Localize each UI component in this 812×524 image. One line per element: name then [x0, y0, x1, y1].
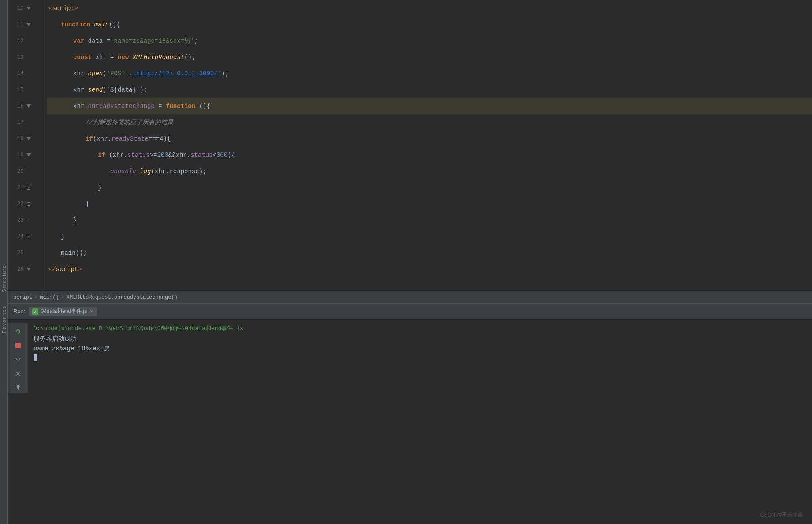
code-line: xhr.onreadystatechange = function (){: [47, 98, 812, 114]
token-plain: ){: [227, 152, 235, 159]
svg-line-4: [16, 358, 18, 360]
breadcrumb-item-1[interactable]: main(): [40, 294, 59, 301]
left-panel: Structure Favorites: [0, 0, 8, 524]
svg-rect-3: [15, 343, 21, 348]
token-plain: [90, 21, 94, 28]
token-plain: ;: [194, 37, 197, 45]
fold-icon[interactable]: -: [26, 201, 32, 207]
code-line: }: [47, 196, 812, 212]
pin-button[interactable]: [13, 383, 23, 393]
run-tab-close[interactable]: ✕: [89, 308, 93, 314]
token-angle: >: [74, 5, 78, 12]
run-command: D:\nodejs\node.exe D:\WebStorm\Node\06中间…: [34, 324, 807, 332]
stop-button[interactable]: [13, 340, 23, 351]
token-plain: (xhr.: [105, 152, 127, 159]
svg-line-5: [18, 358, 20, 360]
token-kw: function: [166, 103, 195, 110]
run-sidebar: [8, 323, 28, 393]
structure-label[interactable]: Structure: [1, 264, 7, 292]
gutter-row: 12: [8, 33, 43, 49]
token-kw: const: [73, 54, 92, 61]
scroll-down-button[interactable]: [13, 354, 23, 365]
watermark: CSDN @重庆字豪: [760, 511, 803, 519]
token-kw: var: [73, 37, 84, 45]
line-number: 13: [11, 54, 24, 60]
token-kw: if: [86, 135, 93, 142]
token-plain: }: [73, 217, 77, 224]
token-prop: status: [127, 152, 149, 159]
token-plain: ,: [129, 70, 132, 77]
run-content: D:\nodejs\node.exe D:\WebStorm\Node\06中间…: [8, 319, 812, 397]
gutter-row: 18: [8, 130, 43, 147]
token-angle: <: [48, 5, 52, 12]
fold-icon[interactable]: [26, 22, 32, 28]
line-number: 16: [11, 103, 24, 109]
editor-area: 101112131415161718192021-22-23-24-2526 <…: [8, 0, 812, 291]
code-line: }: [47, 228, 812, 245]
fold-icon[interactable]: [26, 103, 32, 109]
fold-icon[interactable]: [26, 136, 32, 142]
fold-placeholder: [26, 119, 32, 126]
clear-icon: [15, 371, 21, 377]
gutter-row: 19: [8, 147, 43, 163]
fold-icon[interactable]: [26, 266, 32, 272]
line-number: 15: [11, 86, 24, 93]
fold-placeholder: [26, 38, 32, 44]
code-line: console.log(xhr.response);: [47, 163, 812, 179]
token-plain: xhr.: [73, 103, 88, 110]
clear-button[interactable]: [13, 368, 23, 379]
line-number: 26: [11, 266, 24, 272]
fold-icon[interactable]: [26, 5, 32, 11]
stop-icon: [15, 342, 21, 349]
token-plain: (xhr.: [93, 135, 112, 142]
gutter-row: 20: [8, 163, 43, 179]
code-line: <script>: [47, 0, 812, 16]
token-console-kw: console: [110, 168, 136, 175]
token-plain: ===4){: [149, 135, 171, 142]
run-label: Run:: [13, 308, 25, 315]
token-kw: if: [98, 152, 105, 159]
restart-button[interactable]: [13, 326, 23, 337]
token-plain: <: [213, 152, 216, 159]
line-number: 18: [11, 135, 24, 142]
token-fn: XMLHttpRequest: [132, 54, 184, 61]
run-tab[interactable]: J 04data和end事件.js ✕: [29, 307, 97, 316]
fold-icon[interactable]: [26, 152, 32, 158]
token-plain: }: [86, 201, 89, 208]
fold-icon[interactable]: -: [26, 185, 32, 191]
token-kw: new: [118, 54, 129, 61]
token-prop: onreadystatechange: [88, 103, 155, 110]
line-number: 22: [11, 201, 24, 207]
code-container: 101112131415161718192021-22-23-24-2526 <…: [8, 0, 812, 291]
line-number: 14: [11, 70, 24, 77]
fold-placeholder: [26, 54, 32, 60]
code-line: function main(){: [47, 16, 812, 33]
code-line: var data ='name=zs&age=18&sex=男';: [47, 33, 812, 49]
breadcrumb-item-2[interactable]: XMLHttpRequest.onreadystatechange(): [67, 294, 178, 301]
line-number: 17: [11, 119, 24, 126]
breadcrumb-bar: script > main() > XMLHttpRequest.onready…: [8, 291, 812, 303]
token-plain: xhr.: [73, 70, 88, 77]
scroll-down-icon: [15, 357, 21, 363]
fold-icon[interactable]: -: [26, 234, 32, 240]
breadcrumb-sep-1: >: [61, 294, 64, 301]
breadcrumb-item-0[interactable]: script: [13, 294, 32, 301]
token-plain: xhr =: [92, 54, 118, 61]
gutter-row: 14: [8, 65, 43, 82]
run-header: Run: J 04data和end事件.js ✕: [8, 304, 812, 319]
token-num: 300: [216, 152, 227, 159]
gutter-row: 11: [8, 16, 43, 33]
fold-icon[interactable]: -: [26, 217, 32, 223]
code-line: main();: [47, 245, 812, 261]
favorites-label[interactable]: Favorites: [1, 305, 7, 333]
token-plain: data =: [84, 37, 110, 45]
right-content: 101112131415161718192021-22-23-24-2526 <…: [8, 0, 812, 524]
line-number: 19: [11, 152, 24, 158]
watermark-text: CSDN @重庆字豪: [760, 512, 803, 518]
token-comment: //判断服务器响应了所有的结果: [86, 119, 173, 126]
gutter-row: 23-: [8, 212, 43, 228]
gutter-row: 26: [8, 261, 43, 277]
svg-text:J: J: [34, 310, 36, 313]
token-prop: status: [190, 152, 212, 159]
token-angle: >: [78, 266, 82, 273]
